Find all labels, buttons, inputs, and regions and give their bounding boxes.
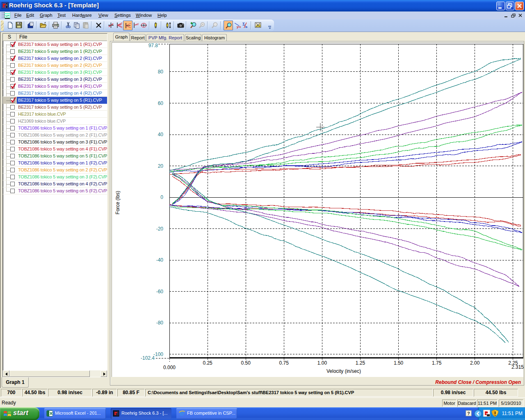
svg-text:-102.4: -102.4 (141, 355, 155, 361)
svg-text:-20: -20 (156, 226, 164, 232)
svg-text:20: 20 (158, 163, 164, 169)
svg-text:1.50: 1.50 (394, 360, 404, 366)
svg-text:Force (lbs): Force (lbs) (115, 191, 121, 214)
svg-text:-40: -40 (156, 257, 164, 263)
svg-text:-60: -60 (156, 289, 164, 294)
svg-text:60: 60 (158, 100, 164, 106)
svg-text:2.315: 2.315 (511, 364, 524, 370)
svg-text:-80: -80 (156, 320, 164, 326)
svg-text:1.75: 1.75 (432, 360, 442, 366)
svg-text:?: ? (467, 411, 470, 416)
svg-text:2.00: 2.00 (470, 360, 480, 366)
svg-text:1.25: 1.25 (356, 360, 365, 366)
svg-text:0.25: 0.25 (203, 360, 212, 366)
svg-text:0.75: 0.75 (279, 360, 289, 366)
svg-text:97.8: 97.8 (148, 43, 158, 48)
svg-text:n: n (245, 25, 247, 29)
svg-text:80: 80 (158, 69, 164, 75)
svg-text:0.000: 0.000 (163, 365, 176, 370)
svg-text:1.00: 1.00 (317, 360, 327, 366)
svg-text:-100: -100 (153, 352, 163, 357)
svg-text:Velocity (in/sec): Velocity (in/sec) (326, 368, 361, 374)
svg-text:0.50: 0.50 (241, 360, 251, 366)
svg-text:40: 40 (158, 132, 164, 137)
svg-text:0: 0 (160, 194, 163, 200)
svg-text:y=x: y=x (237, 25, 241, 29)
